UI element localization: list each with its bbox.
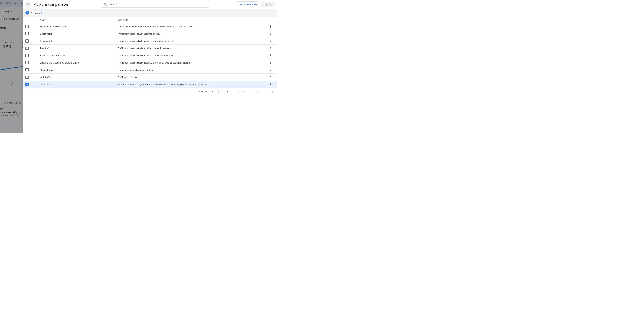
row-menu-button[interactable] — [268, 39, 272, 43]
row-description: Traffic from users initially acquired vi… — [118, 47, 267, 50]
row-description: Traffic on desktops. — [118, 76, 267, 78]
row-description: Traffic from users initially acquired vi… — [118, 54, 267, 57]
search-icon — [104, 3, 107, 6]
prev-page-button[interactable] — [256, 90, 260, 94]
table-row[interactable]: Web traffic Traffic on desktops. — [22, 74, 277, 81]
row-name: Mobile traffic — [40, 69, 118, 71]
row-name: All Users — [40, 83, 118, 86]
row-description: Traffic from users initially acquired di… — [118, 32, 267, 35]
more-vert-icon — [269, 61, 272, 64]
table-row[interactable]: Organic traffic Traffic from users initi… — [22, 38, 277, 45]
row-name: Referral & Affiliates traffic — [40, 54, 118, 57]
table-row[interactable]: My new saved comparison This is my new s… — [22, 23, 277, 30]
table-row[interactable]: Mobile traffic Traffic on mobile phones … — [22, 66, 277, 74]
row-name: My new saved comparison — [40, 25, 118, 28]
row-description: Includes all your data (this is the same… — [118, 83, 267, 86]
create-new-label: Create new — [244, 3, 257, 6]
more-vert-icon — [269, 83, 272, 86]
row-checkbox[interactable] — [26, 83, 28, 86]
pagination-range: 1 – 9 of 9 — [236, 90, 244, 93]
plus-icon — [240, 3, 242, 6]
row-menu-button[interactable] — [268, 68, 272, 72]
header-actions: Create new Apply — [237, 2, 275, 8]
table-row[interactable]: Paid traffic Traffic from users initiall… — [22, 45, 277, 52]
filter-chip-row: A All Users — [22, 9, 277, 17]
modal-title: Apply a comparison — [34, 2, 68, 7]
chevron-down-icon — [226, 90, 229, 93]
more-vert-icon — [269, 25, 272, 28]
chip-label: All Users — [30, 12, 40, 14]
chevron-right-icon — [263, 90, 266, 93]
row-description: Traffic on mobile phones or tablets. — [118, 69, 267, 71]
row-checkbox[interactable] — [26, 68, 28, 72]
row-checkbox[interactable] — [26, 76, 28, 79]
row-description: Traffic from users initially acquired vi… — [118, 62, 267, 64]
row-checkbox[interactable] — [26, 46, 28, 50]
pagination: Items per page: 25 1 – 9 of 9 — [22, 88, 277, 95]
items-per-page-value: 25 — [220, 90, 222, 93]
row-checkbox[interactable] — [26, 54, 28, 57]
col-name-header[interactable]: Name — [40, 19, 118, 21]
apply-button[interactable]: Apply — [261, 2, 275, 7]
first-page-button[interactable] — [248, 90, 253, 94]
table-header: Name Description — [22, 17, 277, 23]
more-vert-icon — [269, 32, 272, 35]
more-vert-icon — [269, 46, 272, 50]
close-button[interactable] — [25, 1, 32, 8]
first-page-icon — [249, 90, 252, 93]
pagination-nav — [248, 90, 274, 94]
table-row[interactable]: All Users Includes all your data (this i… — [22, 81, 277, 88]
last-page-button[interactable] — [270, 90, 274, 94]
more-vert-icon — [269, 68, 272, 72]
row-checkbox[interactable] — [26, 39, 28, 42]
chip-avatar: A — [26, 11, 30, 15]
row-menu-button[interactable] — [268, 53, 272, 58]
row-menu-button[interactable] — [268, 75, 272, 79]
search-input[interactable] — [110, 3, 207, 6]
next-page-button[interactable] — [263, 90, 267, 94]
row-name: Paid traffic — [40, 47, 118, 50]
items-per-page-label: Items per page: — [199, 90, 214, 93]
row-menu-button[interactable] — [268, 32, 272, 36]
table-body: My new saved comparison This is my new s… — [22, 23, 277, 88]
close-icon — [26, 3, 30, 6]
more-vert-icon — [269, 76, 272, 79]
row-description: This is my new saved comparison that I c… — [118, 25, 267, 28]
row-menu-button[interactable] — [268, 60, 272, 65]
table-row[interactable]: Referral & Affiliates traffic Traffic fr… — [22, 52, 277, 59]
table-row[interactable]: Email, SMS & push notifications traffic … — [22, 59, 277, 66]
comparison-modal: Apply a comparison Create new Apply A Al… — [22, 0, 277, 134]
table-row[interactable]: Direct traffic Traffic from users initia… — [22, 30, 277, 38]
comparison-chip-all-users[interactable]: A All Users — [26, 10, 42, 15]
row-checkbox[interactable] — [26, 32, 28, 35]
col-desc-header[interactable]: Description — [118, 19, 267, 21]
row-menu-button[interactable] — [268, 82, 272, 86]
row-menu-button[interactable] — [268, 24, 272, 28]
row-name: Direct traffic — [40, 32, 118, 35]
row-checkbox[interactable] — [26, 61, 28, 64]
more-vert-icon — [269, 39, 272, 42]
modal-header: Apply a comparison Create new Apply — [22, 0, 277, 9]
row-menu-button[interactable] — [268, 46, 272, 50]
row-name: Email, SMS & push notifications traffic — [40, 62, 118, 64]
row-name: Web traffic — [40, 76, 118, 78]
comparison-table: Name Description My new saved comparison… — [22, 17, 277, 134]
row-description: Traffic from users initially acquired vi… — [118, 40, 267, 42]
more-vert-icon — [269, 54, 272, 57]
last-page-icon — [270, 90, 274, 93]
row-checkbox[interactable] — [26, 25, 28, 28]
chevron-left-icon — [256, 90, 259, 93]
create-new-button[interactable]: Create new — [237, 2, 259, 8]
row-name: Organic traffic — [40, 40, 118, 42]
items-per-page-select[interactable]: 25 — [218, 89, 231, 94]
search-box[interactable] — [102, 1, 209, 8]
